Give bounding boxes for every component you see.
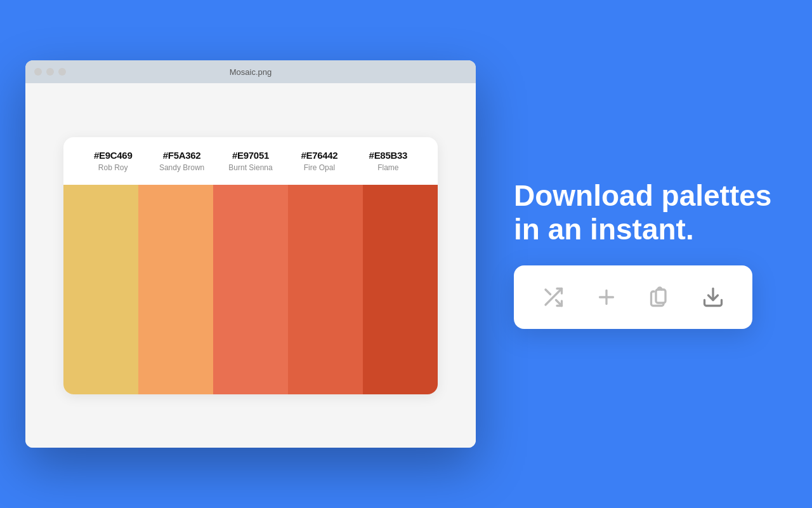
swatch-4[interactable]	[288, 185, 363, 394]
color-hex-2: #F5A362	[163, 150, 201, 161]
page-layout: Mosaic.png #E9C469 Rob Roy #F5A362 Sandy…	[0, 0, 812, 508]
color-hex-4: #E76442	[301, 150, 337, 161]
right-panel: Download palettes in an instant.	[514, 179, 787, 329]
palette-card: #E9C469 Rob Roy #F5A362 Sandy Brown #E97…	[63, 137, 438, 394]
window-title: Mosaic.png	[230, 67, 272, 77]
add-icon	[595, 286, 618, 309]
headline-line1: Download palettes	[514, 179, 771, 213]
color-info-1: #E9C469 Rob Roy	[79, 150, 147, 172]
color-info-3: #E97051 Burnt Sienna	[216, 150, 285, 172]
mac-dot-maximize[interactable]	[58, 68, 66, 76]
color-name-4: Fire Opal	[304, 163, 335, 172]
color-info-2: #F5A362 Sandy Brown	[147, 150, 216, 172]
headline: Download palettes in an instant.	[514, 179, 771, 246]
mac-content: #E9C469 Rob Roy #F5A362 Sandy Brown #E97…	[25, 83, 476, 448]
mac-dot-minimize[interactable]	[46, 68, 54, 76]
color-hex-5: #E85B33	[369, 150, 407, 161]
add-button[interactable]	[593, 283, 620, 311]
shuffle-icon	[542, 286, 565, 309]
color-swatches	[63, 185, 438, 394]
headline-line2: in an instant.	[514, 213, 771, 246]
download-icon	[702, 286, 724, 309]
color-hex-3: #E97051	[232, 150, 269, 161]
svg-line-2	[546, 290, 551, 295]
paste-button[interactable]	[646, 283, 674, 311]
toolbar-card	[514, 265, 752, 329]
clipboard-icon	[648, 286, 671, 309]
color-info-5: #E85B33 Flame	[354, 150, 422, 172]
color-info-4: #E76442 Fire Opal	[285, 150, 353, 172]
color-name-5: Flame	[377, 163, 398, 172]
mac-dot-close[interactable]	[34, 68, 42, 76]
color-name-2: Sandy Brown	[159, 163, 204, 172]
mac-dots	[34, 68, 66, 76]
palette-info: #E9C469 Rob Roy #F5A362 Sandy Brown #E97…	[63, 137, 438, 185]
swatch-3[interactable]	[213, 185, 288, 394]
swatch-2[interactable]	[138, 185, 213, 394]
mac-titlebar: Mosaic.png	[25, 60, 476, 83]
color-name-3: Burnt Sienna	[228, 163, 272, 172]
shuffle-button[interactable]	[539, 283, 567, 311]
download-button[interactable]	[699, 283, 727, 311]
swatch-5[interactable]	[363, 185, 438, 394]
swatch-1[interactable]	[63, 185, 138, 394]
mac-window: Mosaic.png #E9C469 Rob Roy #F5A362 Sandy…	[25, 60, 476, 448]
svg-rect-5	[656, 290, 665, 303]
color-hex-1: #E9C469	[94, 150, 132, 161]
color-name-1: Rob Roy	[98, 163, 128, 172]
